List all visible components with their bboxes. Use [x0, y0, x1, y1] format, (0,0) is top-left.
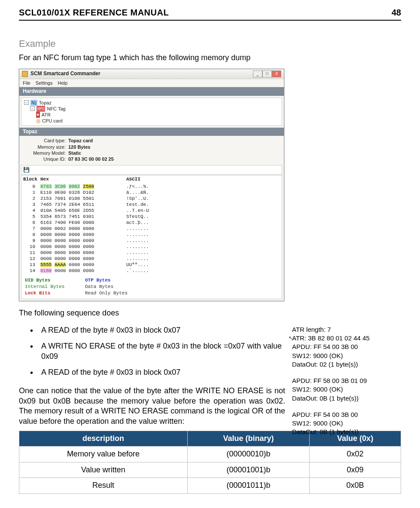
example-heading: Example — [19, 38, 401, 50]
log-apdu-3: APDU: FF 54 00 3B 00 — [292, 410, 382, 419]
cell-desc: Result — [19, 478, 188, 493]
hex-bytes: 0160 0000 0000 0000 — [40, 268, 126, 274]
log-block-2: APDU: FF 58 00 3B 01 09 SW12: 9000 (OK) … — [292, 376, 382, 403]
hex-bytes: 0000 0002 0000 0000 — [40, 226, 126, 232]
log-apdu-1: APDU: FF 54 00 3B 00 — [292, 343, 382, 351]
tree-item-atr[interactable]: ■ATR — [36, 112, 279, 118]
cell-desc: Memory value before — [19, 447, 188, 462]
window-buttons: _ □ X — [253, 70, 281, 77]
cell-bin: (00000010)b — [187, 447, 309, 462]
tree-item-cpu[interactable]: ▥CPU card — [36, 118, 279, 124]
th-binary: Value (binary) — [187, 431, 309, 446]
close-button[interactable]: X — [272, 70, 281, 77]
hex-block-num: 3 — [23, 202, 40, 208]
apdu-log: ATR length: 7 ↖ATR: 3B 82 80 01 02 44 45… — [292, 325, 382, 444]
cell-hex: 0x0B — [310, 478, 401, 493]
hex-row: 70000 0002 0000 0000........ — [23, 226, 280, 232]
menu-settings[interactable]: Settings — [36, 80, 53, 86]
bullet-1: A READ of the byte # 0x03 in block 0x07 — [41, 325, 282, 335]
menu-help[interactable]: Help — [58, 80, 67, 86]
menu-file[interactable]: File — [23, 80, 30, 86]
hex-bytes: 6163 7400 FE00 0000 — [40, 220, 126, 226]
hex-row: 100000 0000 0000 0000........ — [23, 244, 280, 250]
log-out-1: DataOut: 02 (1 byte(s)) — [292, 360, 382, 369]
card-properties: Card type:Topaz card Memory size:120 Byt… — [19, 136, 284, 165]
menu-bar: File Settings Help — [19, 79, 284, 87]
tree-item-topaz[interactable]: −N)Topaz — [24, 100, 279, 106]
mem-size-label: Memory size: — [28, 144, 66, 150]
minimize-button[interactable]: _ — [253, 70, 262, 77]
hex-col-block: Block — [23, 176, 40, 182]
mem-size-value: 120 Bytes — [68, 144, 90, 150]
hex-ascii: ..T.en-U — [126, 208, 149, 214]
hex-bytes: 0000 0000 0000 0000 — [40, 250, 126, 256]
hex-row: 00783 3C00 0002 2500.ƒ<...%. — [23, 184, 280, 190]
page-header: SCL010/01X REFERENCE MANUAL 48 — [19, 7, 401, 21]
bullet-2: A WRITE NO ERASE of the byte # 0x03 in t… — [41, 341, 282, 361]
hex-ascii: ........ — [126, 226, 149, 232]
hex-ascii: .ƒ<...%. — [126, 184, 149, 190]
hardware-tree: −N)Topaz −NFCNFC Tag ■ATR ▥CPU card — [21, 98, 282, 126]
save-icon[interactable]: 💾 — [23, 167, 30, 173]
app-icon — [22, 71, 28, 77]
hex-row: 140160 0000 0000 0000.`...... — [23, 268, 280, 274]
hex-rows: 00783 3C00 0002 2500.ƒ<...%.1E110 0E00 0… — [21, 184, 282, 275]
legend-readonly: Read Only Bytes — [85, 290, 145, 296]
hex-block-num: 1 — [23, 190, 40, 196]
table-row: Value written(00001001)b0x09 — [19, 462, 401, 477]
table-row: Memory value before(00000010)b0x02 — [19, 447, 401, 462]
log-sw-1: SW12: 9000 (OK) — [292, 352, 382, 360]
hex-ascii: act.þ... — [126, 220, 149, 226]
legend-data: Data Bytes — [85, 284, 145, 290]
tree-item-nfc[interactable]: −NFCNFC Tag — [30, 106, 279, 112]
mem-model-value: Static — [68, 150, 81, 156]
hex-row: 135555 AAAA 0000 0000UUªª.... — [23, 262, 280, 268]
nfc-icon: NFC — [37, 106, 45, 112]
hex-bytes: 7465 7374 2E64 6511 — [40, 202, 126, 208]
intro-text: For an NFC forum tag type 1 which has th… — [19, 53, 401, 63]
hex-ascii: ........ — [126, 244, 149, 250]
hex-ascii: test.de. — [126, 202, 149, 208]
hex-block-num: 8 — [23, 232, 40, 238]
hex-ascii: UUªª.... — [126, 262, 149, 268]
bullet-3: A READ of the byte # 0x03 in block 0x07 — [41, 367, 282, 377]
log-atr-length: ATR length: 7 — [292, 325, 382, 334]
scm-commander-window: SCM Smartcard Commander _ □ X File Setti… — [19, 69, 284, 301]
legend-otp: OTP Bytes — [85, 277, 145, 283]
hex-ascii: á....&Ñ. — [126, 190, 149, 196]
hex-row: 55354 6573 7451 0301STestQ.. — [23, 214, 280, 220]
log-block-3: APDU: FF 54 00 3B 00 SW12: 9000 (OK) Dat… — [292, 410, 382, 437]
hex-block-num: 10 — [23, 244, 40, 250]
legend-lock: Lock Bits — [25, 290, 85, 296]
hex-bytes: 0000 0000 0000 0000 — [40, 256, 126, 262]
log-out-3: DataOut: 0B (1 byte(s)) — [292, 428, 382, 436]
th-description: description — [19, 431, 188, 446]
cell-hex: 0x02 — [310, 447, 401, 462]
hex-bytes: 5555 AAAA 0000 0000 — [40, 262, 126, 268]
hex-block-num: 2 — [23, 196, 40, 202]
hex-ascii: ........ — [126, 256, 149, 262]
sequence-intro: The following sequence does — [19, 308, 401, 318]
mem-model-label: Memory Model: — [28, 150, 66, 156]
sequence-bullets: A READ of the byte # 0x03 in block 0x07 … — [41, 325, 282, 378]
hex-dump: Block Hex ASCII 00783 3C00 0002 2500.ƒ<.… — [21, 175, 282, 299]
hex-ascii: STestQ.. — [126, 214, 149, 220]
hex-bytes: 2153 7091 0108 5501 — [40, 196, 126, 202]
hex-block-num: 11 — [23, 250, 40, 256]
hex-row: 80000 0000 0000 0000........ — [23, 232, 280, 238]
card-type-value: Topaz card — [68, 138, 93, 144]
log-sw-3: SW12: 9000 (OK) — [292, 419, 382, 428]
log-sw-2: SW12: 9000 (OK) — [292, 385, 382, 394]
hex-bytes: 010A 5405 656E 2D55 — [40, 208, 126, 214]
page-number: 48 — [392, 7, 401, 18]
hex-toolbar: 💾 — [21, 165, 282, 175]
hex-ascii: !Sp'..U. — [126, 196, 149, 202]
maximize-button[interactable]: □ — [262, 70, 272, 77]
table-row: Result(00001011)b0x0B — [19, 478, 401, 493]
hex-col-ascii: ASCII — [126, 176, 140, 182]
hex-header: Block Hex ASCII — [21, 175, 282, 183]
hex-ascii: ........ — [126, 232, 149, 238]
hex-block-num: 0 — [23, 184, 40, 190]
hex-block-num: 4 — [23, 208, 40, 214]
topaz-icon: N) — [30, 100, 37, 106]
